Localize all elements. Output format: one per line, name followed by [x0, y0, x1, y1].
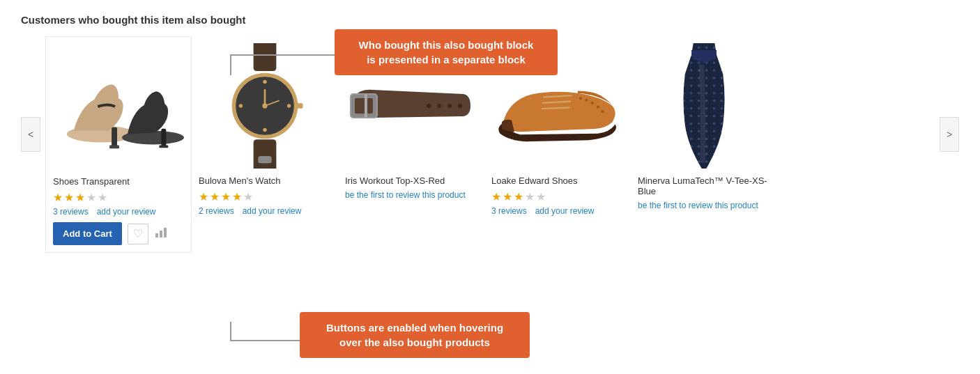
- add-review-shoes[interactable]: add your review: [97, 207, 156, 217]
- prev-button[interactable]: <: [21, 117, 40, 152]
- shoes-icon: [53, 51, 184, 162]
- star-5: ★: [98, 191, 107, 204]
- svg-point-29: [591, 102, 594, 104]
- product-card-shoes: Shoes Transparent ★ ★ ★ ★ ★ 3 reviews ad…: [45, 36, 192, 253]
- svg-rect-21: [259, 157, 271, 163]
- star-w5: ★: [243, 190, 253, 203]
- page-wrapper: Customers who bought this item also boug…: [0, 0, 980, 267]
- svg-point-25: [427, 104, 431, 108]
- svg-line-36: [542, 107, 569, 109]
- star-3: ★: [75, 191, 85, 204]
- review-count-watch[interactable]: 2 reviews: [199, 206, 234, 216]
- svg-point-33: [579, 97, 582, 100]
- compare-icon: [154, 225, 168, 239]
- star-2: ★: [64, 191, 74, 204]
- review-links-shoes: 3 reviews add your review: [53, 207, 184, 217]
- svg-point-15: [287, 104, 291, 107]
- svg-rect-8: [164, 228, 167, 237]
- svg-rect-7: [160, 231, 162, 237]
- star-w3: ★: [221, 190, 231, 203]
- callout-line-top: [230, 54, 338, 75]
- star-w1: ★: [199, 190, 208, 203]
- product-name-tie: Minerva LumaTech™ V-Tee-XS-Blue: [638, 176, 770, 196]
- star-w2: ★: [210, 190, 220, 203]
- svg-point-32: [585, 99, 588, 102]
- svg-rect-5: [159, 145, 168, 148]
- svg-rect-6: [155, 233, 158, 237]
- stars-watch: ★ ★ ★ ★ ★: [199, 190, 331, 203]
- svg-point-28: [458, 104, 462, 108]
- next-button[interactable]: >: [940, 117, 959, 152]
- star-1: ★: [53, 191, 63, 204]
- product-name-shoes: Shoes Transparent: [53, 176, 184, 187]
- svg-rect-4: [161, 129, 166, 147]
- svg-point-13: [263, 128, 266, 132]
- star-s2: ★: [503, 190, 512, 203]
- stars-shoes: ★ ★ ★ ★ ★: [53, 191, 184, 204]
- review-links-shoes2: 3 reviews add your review: [491, 206, 624, 216]
- product-image-tie: [638, 43, 770, 169]
- compare-button[interactable]: [154, 225, 168, 242]
- product-name-watch: Bulova Men's Watch: [199, 176, 331, 186]
- svg-point-31: [601, 110, 604, 113]
- star-4: ★: [86, 191, 96, 204]
- svg-point-14: [239, 104, 243, 107]
- product-name-shoes2: Loake Edward Shoes: [491, 176, 624, 186]
- star-s3: ★: [514, 190, 523, 203]
- section-title: Customers who bought this item also boug…: [21, 14, 959, 26]
- belt-icon: [345, 75, 477, 137]
- first-review-tie[interactable]: be the first to review this product: [638, 201, 770, 210]
- callout-top: Who bought this also bought blockis pres…: [335, 29, 558, 75]
- review-count-shoes2[interactable]: 3 reviews: [491, 206, 527, 216]
- callout-bottom: Buttons are enabled when hoveringover th…: [300, 312, 530, 358]
- card-buttons-shoes: Add to Cart ♡: [53, 222, 184, 245]
- svg-rect-2: [109, 145, 119, 148]
- product-name-belt: Iris Workout Top-XS-Red: [345, 176, 477, 186]
- svg-point-18: [262, 103, 267, 108]
- star-s1: ★: [491, 190, 501, 203]
- star-s5: ★: [536, 190, 546, 203]
- tie-icon: [669, 43, 739, 169]
- svg-point-12: [263, 80, 266, 84]
- svg-point-30: [597, 106, 599, 109]
- svg-rect-1: [112, 127, 117, 147]
- add-review-watch[interactable]: add your review: [243, 206, 302, 216]
- review-links-watch: 2 reviews add your review: [199, 206, 331, 216]
- add-review-shoes2[interactable]: add your review: [535, 206, 595, 216]
- callout-line-bottom: [230, 322, 310, 341]
- svg-rect-20: [254, 139, 277, 169]
- svg-point-27: [447, 104, 452, 108]
- svg-point-26: [437, 104, 441, 108]
- product-card-tie: Minerva LumaTech™ V-Tee-XS-Blue be the f…: [631, 36, 777, 253]
- stars-shoes2: ★ ★ ★ ★ ★: [491, 190, 624, 203]
- svg-rect-23: [355, 98, 373, 114]
- product-image-shoes: [53, 44, 184, 169]
- wishlist-button[interactable]: ♡: [128, 224, 148, 244]
- star-w4: ★: [232, 190, 242, 203]
- review-count-shoes[interactable]: 3 reviews: [53, 207, 89, 217]
- star-s4: ★: [525, 190, 535, 203]
- svg-rect-19: [296, 103, 303, 108]
- first-review-belt[interactable]: be the first to review this product: [345, 190, 477, 200]
- add-to-cart-button[interactable]: Add to Cart: [53, 222, 122, 245]
- svg-rect-24: [365, 94, 367, 118]
